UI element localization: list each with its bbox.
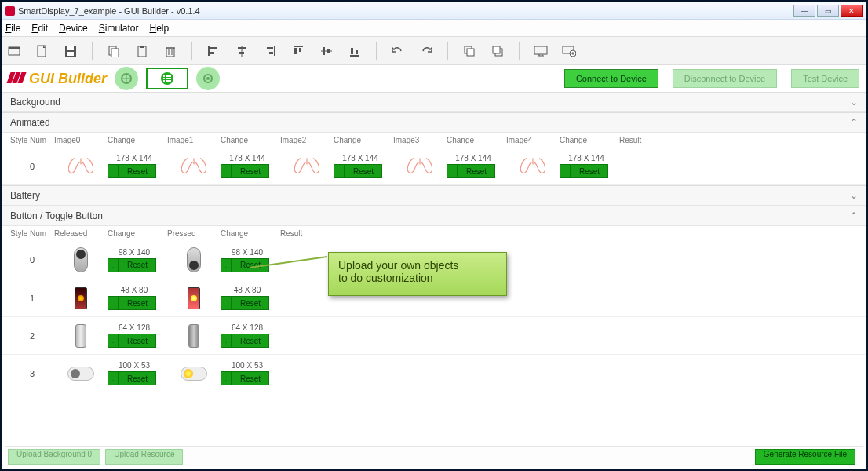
lungs-icon: [167, 155, 221, 177]
open-icon[interactable]: [7, 44, 21, 58]
section-button-label: Button / Toggle Button: [10, 210, 103, 221]
svg-rect-35: [493, 46, 500, 53]
align-center-h-icon[interactable]: [235, 44, 249, 58]
align-bottom-icon[interactable]: [348, 44, 362, 58]
menu-edit[interactable]: Edit: [31, 23, 48, 34]
copy-icon[interactable]: [107, 44, 121, 58]
brand-logo: GUI Builder: [9, 71, 107, 87]
display-icon[interactable]: [534, 44, 548, 58]
reset-button[interactable]: Reset: [119, 334, 156, 348]
mode-canvas-button[interactable]: [115, 67, 138, 90]
align-left-icon[interactable]: [206, 44, 221, 58]
svg-rect-1: [9, 47, 20, 49]
browse-button[interactable]: ...: [221, 296, 232, 310]
upload-resource-button[interactable]: Upload Resource: [105, 449, 183, 465]
svg-rect-52: [163, 80, 165, 82]
hdr-stylenum: Style Num: [10, 229, 54, 238]
reset-button[interactable]: Reset: [119, 371, 156, 385]
menu-file[interactable]: File: [5, 23, 20, 34]
redo-icon[interactable]: [419, 44, 433, 58]
menu-simulator[interactable]: Simulator: [99, 23, 139, 34]
svg-rect-53: [166, 80, 171, 82]
send-back-icon[interactable]: [491, 44, 505, 58]
generate-resource-button[interactable]: Generate Resource File: [755, 449, 855, 465]
save-icon[interactable]: [64, 44, 78, 58]
svg-rect-49: [166, 75, 171, 77]
reset-button[interactable]: Reset: [232, 296, 269, 310]
lungs-icon: [280, 155, 334, 177]
reset-button[interactable]: Reset: [571, 164, 608, 178]
display-add-icon[interactable]: [562, 44, 576, 58]
reset-button[interactable]: Reset: [458, 164, 495, 178]
browse-button[interactable]: ...: [334, 164, 345, 178]
app-icon: [5, 6, 15, 16]
button-preview: [54, 324, 108, 348]
align-right-icon[interactable]: [263, 44, 277, 58]
browse-button[interactable]: ...: [108, 334, 119, 348]
align-middle-icon[interactable]: [319, 44, 334, 58]
browse-button[interactable]: ...: [221, 371, 232, 385]
hdr-change: Change: [221, 229, 280, 238]
undo-icon[interactable]: [391, 44, 405, 58]
row-num: 0: [10, 162, 54, 171]
toggle-preview: [167, 367, 221, 381]
reset-button[interactable]: Reset: [232, 334, 269, 348]
minimize-button[interactable]: —: [793, 5, 815, 17]
reset-button[interactable]: Reset: [345, 164, 382, 178]
browse-button[interactable]: ...: [447, 164, 458, 178]
paste-icon[interactable]: [135, 44, 149, 58]
hdr-change: Change: [334, 136, 393, 144]
svg-rect-27: [323, 47, 325, 55]
hdr-stylenum: Style Num: [10, 136, 54, 144]
browse-button[interactable]: ...: [221, 334, 232, 348]
hdr-image2: Image2: [280, 136, 334, 144]
menu-device[interactable]: Device: [59, 23, 88, 34]
browse-button[interactable]: ...: [221, 258, 232, 272]
reset-button[interactable]: Reset: [119, 258, 156, 272]
bring-front-icon[interactable]: [462, 44, 476, 58]
new-file-icon[interactable]: [35, 44, 49, 58]
browse-button[interactable]: ...: [221, 164, 232, 178]
align-top-icon[interactable]: [291, 44, 305, 58]
maximize-button[interactable]: ▭: [817, 5, 839, 17]
window-title: SmartDisplay_7_example - GUI Builder - v…: [18, 6, 200, 16]
section-button[interactable]: Button / Toggle Button ⌃: [2, 206, 866, 226]
svg-rect-9: [140, 46, 144, 48]
menu-help[interactable]: Help: [149, 23, 169, 34]
section-battery[interactable]: Battery ⌄: [2, 185, 866, 206]
hdr-result: Result: [619, 136, 673, 144]
reset-button[interactable]: Reset: [232, 371, 269, 385]
animated-row: 0 178 X 144...Reset 178 X 144...Reset 17…: [2, 148, 866, 185]
upload-background-button[interactable]: Upload Background 0: [8, 449, 100, 465]
disconnect-button[interactable]: Disconnect to Device: [673, 69, 777, 88]
chevron-up-icon: ⌃: [850, 117, 858, 128]
browse-button[interactable]: ...: [108, 164, 119, 178]
hdr-change: Change: [447, 136, 506, 144]
mode-list-button[interactable]: [146, 68, 188, 89]
brand-row: GUI Builder Connect to Device Disconnect…: [2, 65, 866, 92]
browse-button[interactable]: ...: [108, 296, 119, 310]
chevron-up-icon: ⌃: [850, 210, 858, 221]
reset-button[interactable]: Reset: [119, 296, 156, 310]
browse-button[interactable]: ...: [560, 164, 571, 178]
delete-icon[interactable]: [163, 44, 177, 58]
section-background[interactable]: Background ⌄: [2, 92, 866, 112]
menubar: File Edit Device Simulator Help: [2, 20, 866, 37]
mode-settings-button[interactable]: [196, 67, 220, 90]
button-row: 3 100 X 53...Reset 100 X 53...Reset: [2, 355, 866, 392]
svg-rect-19: [239, 52, 244, 54]
close-button[interactable]: ✕: [841, 5, 863, 17]
browse-button[interactable]: ...: [108, 371, 119, 385]
svg-rect-28: [327, 49, 330, 53]
lungs-icon: [393, 155, 447, 177]
size-label: 178 X 144: [108, 154, 161, 162]
section-animated[interactable]: Animated ⌃: [2, 112, 866, 133]
test-device-button[interactable]: Test Device: [791, 69, 859, 88]
size-label: 48 X 80: [221, 286, 274, 294]
size-label: 178 X 144: [221, 154, 274, 162]
connect-button[interactable]: Connect to Device: [564, 69, 658, 88]
reset-button[interactable]: Reset: [232, 164, 269, 178]
reset-button[interactable]: Reset: [119, 164, 156, 178]
svg-rect-21: [267, 47, 273, 49]
browse-button[interactable]: ...: [108, 258, 119, 272]
